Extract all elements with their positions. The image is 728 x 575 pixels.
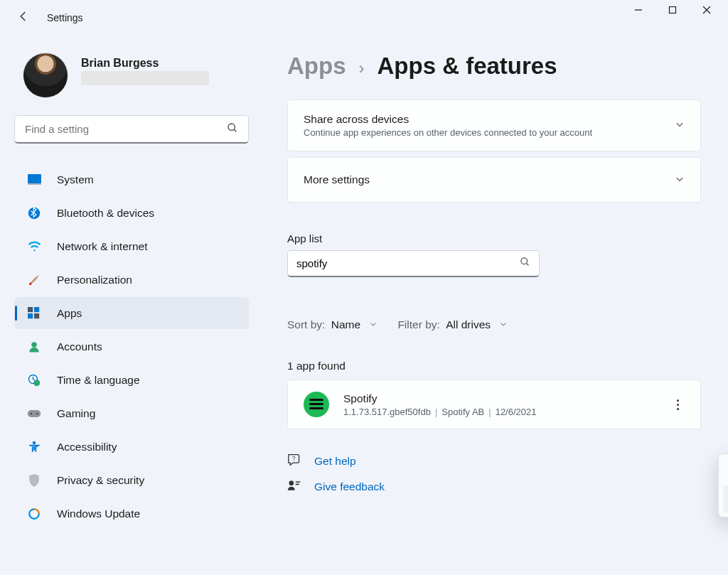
card-subtitle: Continue app experiences on other device…: [304, 127, 675, 138]
sidebar-item-label: Privacy & security: [57, 474, 144, 487]
sidebar-item-accounts[interactable]: Accounts: [14, 331, 249, 362]
breadcrumb: Apps › Apps & features: [287, 53, 701, 80]
sidebar-item-windows-update[interactable]: Windows Update: [14, 498, 249, 530]
clock-globe-icon: [27, 373, 41, 387]
sidebar-item-label: Apps: [57, 307, 82, 320]
shield-icon: [27, 473, 41, 488]
app-list-search[interactable]: [287, 250, 540, 277]
sidebar-item-label: Accessibility: [57, 441, 117, 453]
svg-point-23: [289, 480, 294, 485]
person-icon: [27, 340, 41, 354]
close-button[interactable]: [702, 6, 711, 16]
svg-point-16: [31, 412, 33, 414]
svg-rect-15: [28, 410, 41, 417]
sidebar-item-system[interactable]: System: [14, 163, 249, 195]
app-name: Spotify: [343, 392, 663, 405]
app-meta: 1.1.73.517.gbef50fdb|Spotify AB|12/6/202…: [343, 407, 663, 417]
apps-found-count: 1 app found: [287, 360, 701, 372]
svg-line-21: [526, 263, 528, 265]
sidebar-item-gaming[interactable]: Gaming: [14, 397, 249, 429]
context-menu-uninstall[interactable]: Uninstall: [723, 485, 728, 512]
sidebar-item-bluetooth[interactable]: Bluetooth & devices: [14, 197, 249, 229]
sidebar-item-label: Bluetooth & devices: [57, 207, 154, 220]
spotify-icon: [304, 392, 329, 417]
page-title: Apps & features: [378, 53, 557, 80]
window-title: Settings: [47, 12, 83, 23]
bluetooth-icon: [27, 206, 41, 220]
gamepad-icon: [27, 407, 41, 421]
svg-point-6: [28, 207, 41, 219]
svg-point-17: [36, 412, 38, 414]
window-controls: [634, 6, 722, 16]
sidebar-item-label: Personalization: [57, 274, 132, 286]
chevron-down-icon: [369, 318, 378, 331]
sidebar-item-label: Accounts: [57, 340, 102, 353]
sidebar-item-personalization[interactable]: Personalization: [14, 264, 249, 296]
help-icon: ?: [287, 453, 301, 469]
avatar[interactable]: [23, 53, 68, 98]
more-options-button[interactable]: [677, 399, 685, 410]
search-icon: [227, 122, 238, 136]
wifi-icon: [27, 240, 41, 254]
sidebar-item-label: System: [57, 173, 94, 186]
app-search-input[interactable]: [296, 257, 520, 269]
find-setting-search[interactable]: [14, 115, 249, 144]
svg-point-14: [33, 380, 40, 386]
accessibility-icon: [27, 440, 41, 454]
svg-rect-9: [34, 307, 39, 312]
sidebar-item-apps[interactable]: Apps: [14, 297, 249, 329]
more-settings-card[interactable]: More settings: [287, 157, 701, 203]
chevron-down-icon: [675, 119, 685, 131]
chevron-down-icon: [675, 174, 685, 186]
profile-email-redacted: [81, 71, 209, 85]
minimize-button[interactable]: [634, 6, 643, 16]
svg-point-7: [29, 282, 32, 285]
svg-rect-8: [28, 307, 33, 312]
system-icon: [27, 173, 41, 187]
sidebar-item-label: Network & internet: [57, 240, 148, 253]
svg-point-12: [31, 342, 37, 348]
give-feedback-link[interactable]: Give feedback: [314, 480, 385, 493]
sort-by-dropdown[interactable]: Sort by: Name: [287, 318, 378, 331]
get-help-link[interactable]: Get help: [314, 455, 356, 468]
app-context-menu: Modify Uninstall: [718, 453, 728, 517]
svg-rect-4: [28, 174, 41, 183]
chevron-down-icon: [499, 318, 508, 331]
filter-by-dropdown[interactable]: Filter by: All drives: [397, 318, 508, 331]
maximize-button[interactable]: [668, 6, 677, 16]
search-icon: [520, 257, 530, 270]
app-row-spotify[interactable]: Spotify 1.1.73.517.gbef50fdb|Spotify AB|…: [287, 380, 701, 429]
back-button[interactable]: [17, 10, 34, 26]
sidebar-item-accessibility[interactable]: Accessibility: [14, 431, 249, 463]
svg-point-20: [521, 258, 528, 264]
breadcrumb-parent[interactable]: Apps: [287, 53, 346, 80]
svg-text:?: ?: [292, 456, 296, 462]
svg-point-18: [33, 441, 36, 444]
feedback-icon: [287, 479, 301, 495]
search-input[interactable]: [25, 123, 227, 135]
context-menu-modify: Modify: [723, 458, 728, 485]
brush-icon: [27, 273, 41, 287]
svg-rect-5: [28, 183, 41, 185]
svg-point-2: [228, 124, 235, 130]
profile-name: Brian Burgess: [81, 57, 209, 70]
svg-rect-1: [670, 7, 676, 14]
sidebar-item-label: Time & language: [57, 374, 140, 387]
card-title: More settings: [304, 173, 675, 186]
svg-line-3: [234, 129, 236, 131]
sidebar-item-privacy[interactable]: Privacy & security: [14, 464, 249, 496]
apps-icon: [27, 306, 41, 321]
card-title: Share across devices: [304, 113, 675, 126]
svg-rect-10: [28, 313, 33, 318]
share-across-devices-card[interactable]: Share across devices Continue app experi…: [287, 100, 701, 151]
sidebar-item-network[interactable]: Network & internet: [14, 230, 249, 262]
sidebar-item-label: Gaming: [57, 407, 95, 420]
app-list-label: App list: [287, 232, 701, 244]
sidebar-item-label: Windows Update: [57, 507, 140, 520]
sidebar-item-time-language[interactable]: Time & language: [14, 364, 249, 396]
svg-rect-11: [34, 313, 39, 318]
update-icon: [27, 507, 41, 521]
chevron-right-icon: ›: [359, 58, 365, 78]
